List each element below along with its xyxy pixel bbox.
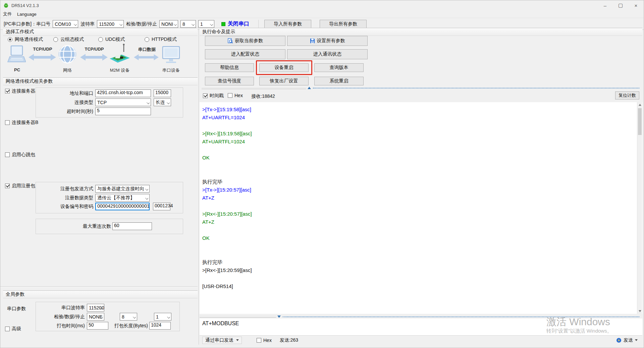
pack-time-label: 打包时间(ms) (38, 323, 85, 329)
server-b-checkbox[interactable]: 连接服务器B (5, 120, 38, 126)
send-hex-checkbox[interactable]: Hex (257, 338, 272, 343)
maximize-button[interactable]: ▢ (613, 0, 628, 10)
pc-serial-label: [PC串口参数]：串口号 (4, 21, 50, 27)
timeout-input[interactable]: 5 (95, 108, 151, 115)
device-id-input[interactable]: 00004291000000000001 (95, 203, 150, 210)
timestamp-checkbox[interactable]: 时间戳 (203, 93, 224, 99)
checkbox-icon (5, 184, 10, 188)
log-line: >[Rx<-][15:20:59][asc] (200, 266, 642, 274)
register-send-mode-label: 注册包发送方式 (38, 186, 93, 192)
parity-select[interactable]: NONI (159, 20, 178, 28)
factory-reset-button[interactable]: 恢复出厂设置 (259, 77, 309, 85)
reconnect-label: 最大重连次数 (38, 223, 111, 229)
close-serial-button[interactable]: 关闭串口 (228, 20, 249, 27)
conn-type-select[interactable]: TCP (95, 98, 151, 106)
send-button[interactable]: 发送 (616, 337, 638, 343)
minimize-button[interactable]: – (597, 0, 613, 10)
conn-mode-select[interactable]: 长连 (154, 98, 171, 106)
pack-len-input[interactable]: 1024 (149, 322, 171, 330)
menu-file[interactable]: 文件 (0, 11, 14, 17)
log-line: 执行完毕 (200, 178, 642, 186)
server-a-checkbox[interactable]: 连接服务器A (5, 88, 38, 94)
global-parity-select[interactable]: NONE (87, 313, 104, 321)
link1-label: TCP/UDP (29, 47, 56, 52)
log-line: OK (200, 234, 642, 242)
menu-language[interactable]: Language (14, 12, 39, 17)
heartbeat-checkbox[interactable]: 启用心跳包 (5, 152, 35, 158)
enter-comm-button[interactable]: 进入通讯状态 (287, 49, 368, 59)
help-button[interactable]: 帮助信息 (205, 63, 254, 72)
scrollbar-thumb[interactable] (638, 108, 642, 135)
pc-label: PC (8, 67, 26, 72)
register-data-type-label: 注册数据类型 (38, 195, 93, 201)
server-port-input[interactable]: 15000 (154, 89, 171, 97)
splitter-collapse-up-icon[interactable] (308, 87, 311, 89)
toolbar-divider (258, 20, 259, 28)
global-params-header: 全局参数 (3, 290, 198, 298)
chevron-down-icon (192, 23, 195, 26)
register-send-mode-select[interactable]: 与服务器建立连接时向服务 (95, 185, 150, 193)
device-password-input[interactable]: 0001234 (153, 203, 170, 210)
reset-count-button[interactable]: 复位计数 (615, 91, 639, 99)
com-port-select[interactable]: COM10 (53, 20, 78, 28)
mode-radio-udc[interactable]: UDC模式 (98, 37, 125, 43)
log-hex-checkbox[interactable]: Hex (228, 93, 243, 98)
set-params-button[interactable]: 设置所有参数 (287, 36, 368, 46)
pack-time-input[interactable]: 50 (87, 322, 108, 330)
signal-strength-button[interactable]: 查信号强度 (205, 77, 254, 85)
chevron-down-icon (145, 197, 148, 200)
save-icon (310, 38, 315, 44)
register-data-type-select[interactable]: 透传云【不推荐】 (95, 194, 150, 202)
chevron-down-icon (174, 23, 177, 26)
stopbits-select[interactable]: 1 (198, 20, 214, 28)
scroll-down-icon[interactable] (637, 308, 642, 314)
global-baud-select[interactable]: 115200 (87, 304, 104, 311)
databits-select[interactable]: 8 (180, 20, 196, 28)
register-checkbox[interactable]: 启用注册包 (5, 183, 35, 189)
reconnect-input[interactable]: 60 (112, 222, 152, 230)
send-via-serial-button[interactable]: 通过串口发送 (202, 337, 242, 344)
network-label: 网络 (58, 67, 77, 73)
global-baud-label: 串口波特率 (38, 305, 85, 311)
export-params-button[interactable]: 导出所有参数 (320, 20, 367, 28)
log-line (200, 170, 642, 178)
advanced-checkbox[interactable]: 高级 (5, 326, 21, 332)
chevron-down-icon (145, 188, 148, 191)
query-version-button[interactable]: 查询版本 (314, 63, 364, 72)
mode-radio-transparent[interactable]: 网络透传模式 (8, 37, 43, 43)
device-id-label: 设备编号和密码 (38, 204, 93, 210)
server-addr-input[interactable]: 4291.cnsh.iot-tcp.com (95, 89, 151, 97)
log-line: AT+Z (200, 194, 642, 202)
mode-radio-cloud[interactable]: 云组态模式 (53, 37, 84, 43)
close-button[interactable]: × (628, 0, 644, 10)
log-line (200, 242, 642, 250)
chevron-down-icon (236, 339, 239, 341)
app-icon (3, 3, 9, 8)
m2m-label: M2M 设备 (108, 67, 132, 73)
log-line (200, 146, 642, 154)
checkbox-icon (5, 120, 10, 125)
mode-radio-httpd[interactable]: HTTPD模式 (145, 37, 177, 43)
log-output: >[Tx->][15:19:58][asc]AT+UARTFL=1024 >[R… (200, 102, 642, 314)
recv-counter: 接收:18842 (251, 93, 275, 99)
log-splitter-top[interactable] (202, 87, 306, 89)
splitter-dotted-line (313, 88, 639, 88)
import-params-button[interactable]: 导入所有参数 (264, 20, 311, 28)
log-line: >[Rx<-][15:20:57][asc] (200, 210, 642, 218)
log-scrollbar[interactable] (637, 102, 642, 314)
conn-type-label: 连接类型 (38, 99, 93, 106)
splitter-collapse-down-icon[interactable] (277, 316, 281, 318)
radio-icon (53, 37, 58, 42)
global-databits-select[interactable]: 8 (120, 313, 137, 321)
scroll-up-icon[interactable] (637, 102, 642, 108)
radio-icon (98, 37, 103, 42)
checkbox-icon (257, 338, 261, 343)
enter-config-button[interactable]: 进入配置状态 (205, 49, 285, 59)
system-restart-button[interactable]: 系统重启 (314, 77, 364, 85)
log-line (200, 122, 642, 130)
log-splitter-bottom[interactable] (200, 315, 276, 318)
baud-select[interactable]: 115200 (97, 20, 124, 28)
get-params-button[interactable]: 获取当前参数 (205, 36, 285, 46)
global-parity-label: 检验/数据/停止 (38, 314, 85, 320)
global-stopbits-select[interactable]: 1 (154, 313, 171, 321)
